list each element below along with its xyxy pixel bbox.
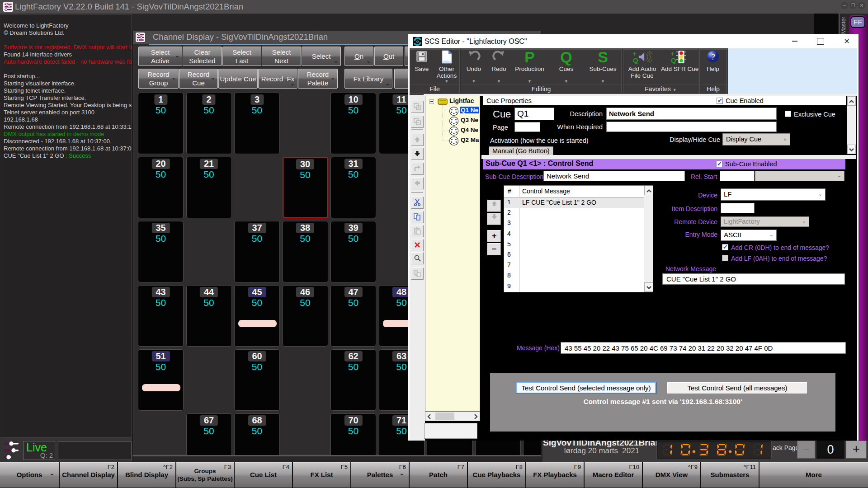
svg-text:Q: Q <box>671 56 676 64</box>
svg-text:−: − <box>417 120 420 125</box>
svg-text:?: ? <box>710 52 716 61</box>
svg-text:+: + <box>417 105 420 110</box>
svg-text:Q: Q <box>633 56 638 64</box>
